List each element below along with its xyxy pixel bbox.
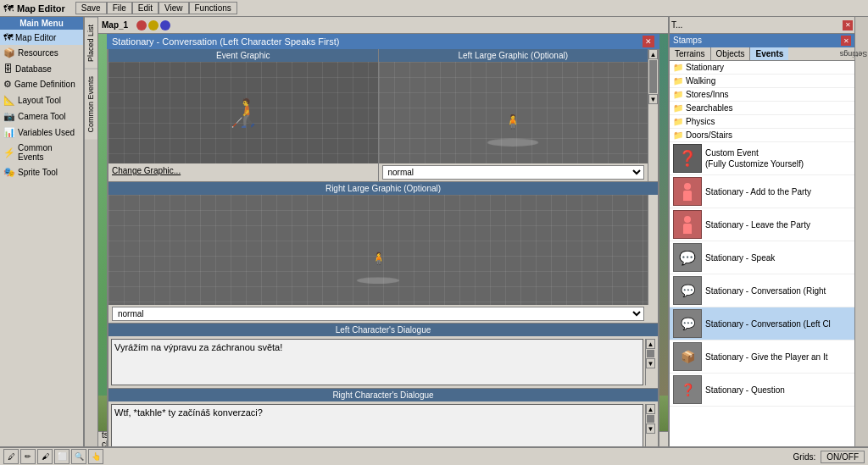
tool-btn-2[interactable]: ✏ bbox=[20, 449, 36, 464]
tool-btn-4[interactable]: ⬜ bbox=[54, 449, 70, 464]
variables-icon: 📊 bbox=[3, 127, 15, 138]
stamp-item-give-item[interactable]: 📦 Stationary - Give the Player an It bbox=[670, 340, 854, 374]
database-icon: 🗄 bbox=[3, 64, 13, 74]
app-icon: 🗺 bbox=[3, 3, 14, 14]
folder-icon-physics: 📁 bbox=[673, 117, 683, 126]
stamp-item-question[interactable]: ❓ Stationary - Question bbox=[670, 374, 854, 407]
sidebar-item-sprite-tool[interactable]: 🎭 Sprite Tool bbox=[0, 164, 83, 180]
map-icon-blue bbox=[160, 20, 170, 30]
map-settings-tab[interactable]: Map Settings bbox=[832, 48, 868, 60]
objects-tab[interactable]: Objects bbox=[711, 47, 751, 60]
dialog-title: Stationary - Conversation (Left Characte… bbox=[112, 36, 339, 47]
tool-btn-1[interactable]: 🖊 bbox=[3, 449, 19, 464]
dialog-close-button[interactable]: ✕ bbox=[643, 36, 654, 47]
sidebar-item-layout-tool[interactable]: 📐 Layout Tool bbox=[0, 92, 83, 108]
game-definition-icon: ⚙ bbox=[3, 79, 12, 90]
stamps-panel: T... ✕ Stamps ✕ Terrains Objects Events … bbox=[668, 17, 854, 446]
give-item-label: Stationary - Give the Player an It bbox=[705, 352, 828, 362]
left-large-preview[interactable]: 🧍 bbox=[379, 62, 648, 163]
grid-onoff-button[interactable]: ON/OFF bbox=[821, 451, 865, 463]
conv-right-preview: 💬 bbox=[673, 276, 702, 305]
tools-panel-close[interactable]: ✕ bbox=[843, 20, 853, 30]
stamp-item-leave-party[interactable]: Stationary - Leave the Party bbox=[670, 208, 854, 241]
custom-event-label: Custom Event(Fully Customize Yourself) bbox=[705, 147, 804, 169]
speak-preview: 💬 bbox=[673, 243, 702, 272]
sidebar-item-resources[interactable]: 📦 Resources bbox=[0, 45, 83, 61]
right-large-dropdown[interactable]: normal bbox=[112, 307, 644, 321]
right-dialogue-input[interactable] bbox=[111, 404, 643, 446]
right-dialogue-scroll-thumb bbox=[647, 415, 654, 423]
stamps-tabs: Terrains Objects Events bbox=[670, 47, 854, 61]
change-graphic-button[interactable]: Change Graphic... bbox=[112, 166, 181, 175]
stamp-item-conversation-left[interactable]: 💬 Stationary - Conversation (Left Cl bbox=[670, 307, 854, 340]
right-dialogue-scroll-down[interactable]: ▼ bbox=[646, 423, 655, 434]
leave-party-label: Stationary - Leave the Party bbox=[705, 220, 810, 230]
stamp-item-add-party[interactable]: Stationary - Add to the Party bbox=[670, 175, 854, 208]
leave-party-preview bbox=[673, 210, 702, 239]
dialog-title-bar[interactable]: Stationary - Conversation (Left Characte… bbox=[107, 34, 659, 49]
events-tab[interactable]: Events bbox=[750, 47, 788, 60]
folder-icon: 📁 bbox=[673, 63, 683, 72]
file-menu[interactable]: File bbox=[107, 2, 132, 14]
sidebar-item-database[interactable]: 🗄 Database bbox=[0, 61, 83, 76]
view-menu[interactable]: View bbox=[159, 2, 189, 14]
event-graphic-title: Event Graphic bbox=[108, 49, 378, 62]
tools-panel-label: T... bbox=[671, 20, 843, 30]
right-dialogue-scroll-up[interactable]: ▲ bbox=[646, 404, 655, 414]
left-dialogue-input[interactable] bbox=[111, 339, 643, 385]
sidebar-item-common-events[interactable]: ⚡ Common Events bbox=[0, 141, 83, 164]
left-large-dropdown[interactable]: normal bbox=[382, 165, 645, 180]
layout-tool-icon: 📐 bbox=[3, 95, 15, 106]
save-button[interactable]: Save bbox=[75, 2, 107, 14]
conv-right-label: Stationary - Conversation (Right bbox=[705, 286, 826, 296]
grids-label: Grids: bbox=[793, 452, 816, 462]
conv-left-preview: 💬 bbox=[673, 309, 702, 338]
tool-btn-3[interactable]: 🖌 bbox=[37, 449, 53, 464]
placed-list-tab[interactable]: Placed List bbox=[85, 17, 97, 69]
category-searchables[interactable]: 📁 Searchables bbox=[670, 102, 854, 115]
bottom-toolbar: 🖊 ✏ 🖌 ⬜ 🔍 👆 Grids: ON/OFF bbox=[0, 446, 868, 465]
left-dialogue-scroll-up[interactable]: ▲ bbox=[646, 339, 655, 349]
sidebar-item-map-editor[interactable]: 🗺 Map Editor bbox=[0, 30, 83, 45]
resources-icon: 📦 bbox=[3, 47, 15, 58]
edit-menu[interactable]: Edit bbox=[132, 2, 159, 14]
camera-tool-icon: 📷 bbox=[3, 111, 15, 122]
category-walking[interactable]: 📁 Walking bbox=[670, 75, 854, 88]
right-large-preview[interactable]: 🧍 bbox=[108, 195, 648, 305]
folder-icon-stores: 📁 bbox=[673, 90, 683, 99]
left-sidebar: Main Menu 🗺 Map Editor 📦 Resources 🗄 Dat… bbox=[0, 17, 85, 446]
left-dialogue-scroll-down[interactable]: ▼ bbox=[646, 358, 655, 368]
sidebar-item-variables-used[interactable]: 📊 Variables Used bbox=[0, 125, 83, 141]
give-item-preview: 📦 bbox=[673, 342, 702, 371]
dialog-window: Stationary - Conversation (Left Characte… bbox=[107, 34, 659, 446]
scroll-up-btn[interactable]: ▲ bbox=[648, 49, 658, 59]
left-dialogue-scroll-thumb bbox=[647, 350, 654, 357]
category-physics[interactable]: 📁 Physics bbox=[670, 115, 854, 129]
terrains-tab[interactable]: Terrains bbox=[670, 47, 711, 60]
category-stationary[interactable]: 📁 Stationary bbox=[670, 61, 854, 75]
common-events-tab[interactable]: Common Events bbox=[85, 69, 97, 140]
stamps-title: Stamps ✕ bbox=[670, 34, 854, 47]
map-name: Map_1 bbox=[102, 20, 128, 30]
category-stores[interactable]: 📁 Stores/Inns bbox=[670, 88, 854, 102]
common-events-icon: ⚡ bbox=[3, 147, 15, 158]
map-settings-sidebar: Map Settings bbox=[854, 17, 868, 446]
sidebar-item-camera-tool[interactable]: 📷 Camera Tool bbox=[0, 108, 83, 125]
tool-btn-6[interactable]: 👆 bbox=[88, 449, 103, 464]
sidebar-item-game-definition[interactable]: ⚙ Game Definition bbox=[0, 76, 83, 92]
event-graphic-preview[interactable]: 🧑‍🦯 bbox=[108, 62, 378, 163]
sprite-tool-icon: 🎭 bbox=[3, 167, 15, 178]
left-large-graphic-panel: Left Large Graphic (Optional) 🧍 no bbox=[379, 49, 648, 181]
tool-btn-5[interactable]: 🔍 bbox=[71, 449, 86, 464]
map-icon-yellow bbox=[148, 20, 159, 30]
category-doors[interactable]: 📁 Doors/Stairs bbox=[670, 129, 854, 142]
right-dialogue-header: Right Character's Dialogue bbox=[108, 389, 658, 401]
stamp-item-conversation-right[interactable]: 💬 Stationary - Conversation (Right bbox=[670, 274, 854, 307]
stamp-item-custom-event[interactable]: ❓ Custom Event(Fully Customize Yourself) bbox=[670, 142, 854, 175]
map-side-tabs: Placed List Common Events bbox=[85, 17, 98, 446]
stamp-item-speak[interactable]: 💬 Stationary - Speak bbox=[670, 241, 854, 274]
stamps-close[interactable]: ✕ bbox=[841, 36, 851, 46]
dialog-body: Event Graphic 🧑‍🦯 Change Graphic... bbox=[107, 49, 659, 446]
scroll-down-btn[interactable]: ▼ bbox=[648, 94, 658, 104]
functions-menu[interactable]: Functions bbox=[189, 2, 237, 14]
